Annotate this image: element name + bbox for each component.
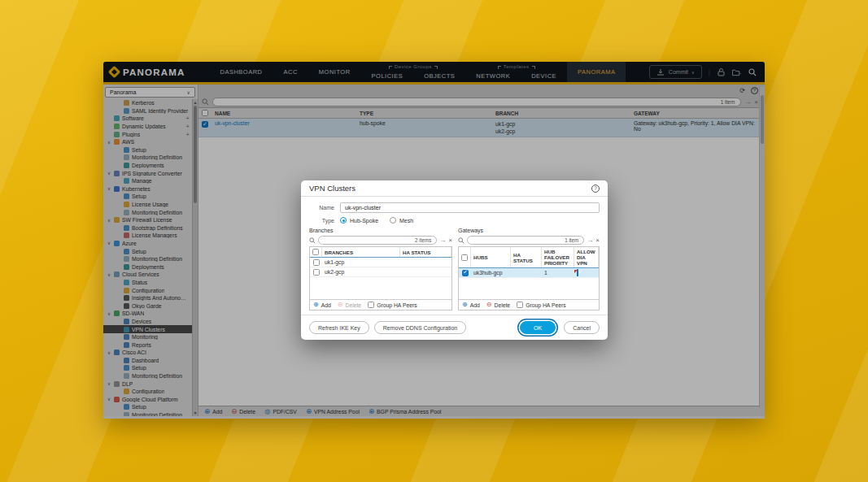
branches-search-input[interactable]: 2 items <box>318 236 437 245</box>
select-all-checkbox[interactable] <box>461 254 468 261</box>
col-branches[interactable]: BRANCHES <box>322 247 400 257</box>
ok-button[interactable]: OK <box>520 321 556 334</box>
row-checkbox[interactable] <box>313 259 320 266</box>
select-all-checkbox[interactable] <box>312 249 319 255</box>
clear-filter-icon[interactable]: × <box>448 237 452 244</box>
group-ha-checkbox[interactable] <box>517 302 523 308</box>
dialog-title-bar: VPN Clusters ? <box>301 180 608 197</box>
remove-ddns-button[interactable]: Remove DDNS Configuration <box>374 321 466 334</box>
branch-row[interactable]: uk1-gcp <box>310 258 451 267</box>
dialog-title: VPN Clusters <box>309 184 355 193</box>
radio-label: Hub-Spoke <box>350 218 378 224</box>
row-checkbox[interactable] <box>313 269 320 276</box>
allow-dia-vpn-cell <box>574 270 599 276</box>
branches-count: 2 items <box>415 237 431 243</box>
apply-filter-icon[interactable]: → <box>587 237 593 244</box>
col-hubs[interactable]: HUBS <box>471 247 511 267</box>
search-icon <box>458 237 465 244</box>
col-ha-status[interactable]: HA STATUS <box>511 247 542 267</box>
vpn-clusters-dialog: VPN Clusters ? Name uk-vpn-cluster Type … <box>301 180 608 340</box>
allow-dia-vpn-checkbox[interactable] <box>577 269 578 276</box>
group-ha-checkbox[interactable] <box>368 302 374 308</box>
col-allow-dia-vpn[interactable]: ALLOW DIA VPN <box>574 247 599 267</box>
col-hub-failover-priority[interactable]: HUB FAILOVER PRIORITY <box>542 247 574 267</box>
dialog-help-icon[interactable]: ? <box>591 185 600 193</box>
cancel-button[interactable]: Cancel <box>564 321 600 334</box>
refresh-ike-key-button[interactable]: Refresh IKE Key <box>309 321 369 334</box>
branches-section-label: Branches <box>309 228 452 233</box>
hub-name: uk3hub-gcp <box>471 270 511 276</box>
delete-icon: ⊖ <box>338 302 343 308</box>
radio-icon[interactable] <box>390 217 396 224</box>
branches-table: BRANCHES HA STATUS uk1-gcp <box>309 246 452 310</box>
type-radio-group: Hub-Spoke Mesh <box>340 217 413 224</box>
gateways-section: Gateways 1 item → × HUBS HA STATUS HUB F… <box>458 228 600 310</box>
add-icon: ⊕ <box>313 302 319 308</box>
radio-icon[interactable] <box>340 217 347 224</box>
branches-group-ha-peers[interactable]: Group HA Peers <box>368 302 417 308</box>
branches-add-button[interactable]: ⊕ Add <box>313 302 331 308</box>
add-icon: ⊕ <box>462 302 468 308</box>
branches-section: Branches 2 items → × BRANCHES HA STATUS <box>309 228 452 310</box>
gateways-delete-button[interactable]: ⊖ Delete <box>486 302 510 308</box>
name-label: Name <box>309 205 340 211</box>
gateways-table: HUBS HA STATUS HUB FAILOVER PRIORITY ALL… <box>458 246 600 310</box>
gateways-count: 1 item <box>565 237 578 243</box>
branches-delete-button[interactable]: ⊖ Delete <box>338 302 361 308</box>
gateways-search-input[interactable]: 1 item <box>467 236 584 245</box>
col-ha-status[interactable]: HA STATUS <box>400 247 451 257</box>
gateways-add-button[interactable]: ⊕ Add <box>462 302 480 308</box>
gateway-row[interactable]: uk3hub-gcp 1 <box>459 268 599 278</box>
apply-filter-icon[interactable]: → <box>439 237 446 244</box>
hub-failover-priority: 1 <box>542 270 574 276</box>
branch-name: uk1-gcp <box>322 259 400 265</box>
type-radio-option[interactable]: Hub-Spoke <box>340 217 378 224</box>
name-input[interactable]: uk-vpn-cluster <box>340 202 600 213</box>
delete-icon: ⊖ <box>486 302 492 308</box>
row-checkbox[interactable] <box>462 270 469 276</box>
gateways-section-label: Gateways <box>458 228 600 233</box>
radio-label: Mesh <box>399 218 413 224</box>
search-icon <box>309 237 316 244</box>
branch-row[interactable]: uk2-gcp <box>310 267 451 277</box>
gateways-group-ha-peers[interactable]: Group HA Peers <box>517 302 566 308</box>
type-label: Type <box>309 218 340 224</box>
dialog-footer: Refresh IKE Key Remove DDNS Configuratio… <box>301 315 608 340</box>
clear-filter-icon[interactable]: × <box>595 237 600 244</box>
branch-name: uk2-gcp <box>322 269 400 275</box>
type-radio-option[interactable]: Mesh <box>390 217 413 224</box>
